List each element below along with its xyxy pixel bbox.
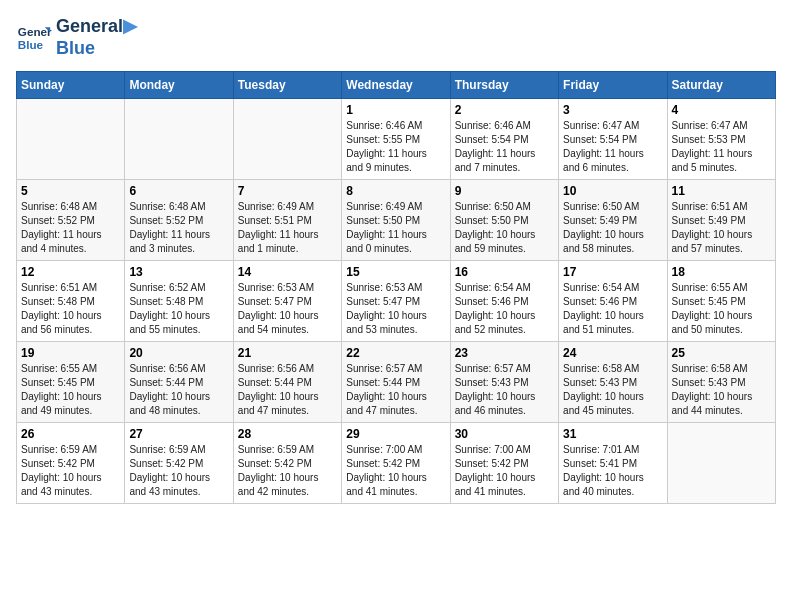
calendar-week-row: 1Sunrise: 6:46 AM Sunset: 5:55 PM Daylig… [17,99,776,180]
day-number: 28 [238,427,337,441]
calendar-cell: 27Sunrise: 6:59 AM Sunset: 5:42 PM Dayli… [125,423,233,504]
calendar-cell: 20Sunrise: 6:56 AM Sunset: 5:44 PM Dayli… [125,342,233,423]
day-number: 15 [346,265,445,279]
calendar-cell [667,423,775,504]
calendar-week-row: 5Sunrise: 6:48 AM Sunset: 5:52 PM Daylig… [17,180,776,261]
calendar-cell: 22Sunrise: 6:57 AM Sunset: 5:44 PM Dayli… [342,342,450,423]
day-number: 8 [346,184,445,198]
day-number: 19 [21,346,120,360]
calendar-cell: 9Sunrise: 6:50 AM Sunset: 5:50 PM Daylig… [450,180,558,261]
calendar-header: SundayMondayTuesdayWednesdayThursdayFrid… [17,72,776,99]
day-info: Sunrise: 6:51 AM Sunset: 5:48 PM Dayligh… [21,281,120,337]
calendar-week-row: 12Sunrise: 6:51 AM Sunset: 5:48 PM Dayli… [17,261,776,342]
calendar-cell: 3Sunrise: 6:47 AM Sunset: 5:54 PM Daylig… [559,99,667,180]
day-number: 3 [563,103,662,117]
day-info: Sunrise: 6:47 AM Sunset: 5:54 PM Dayligh… [563,119,662,175]
day-info: Sunrise: 6:53 AM Sunset: 5:47 PM Dayligh… [346,281,445,337]
calendar-week-row: 26Sunrise: 6:59 AM Sunset: 5:42 PM Dayli… [17,423,776,504]
calendar-cell: 12Sunrise: 6:51 AM Sunset: 5:48 PM Dayli… [17,261,125,342]
weekday-header: Tuesday [233,72,341,99]
day-number: 17 [563,265,662,279]
calendar-table: SundayMondayTuesdayWednesdayThursdayFrid… [16,71,776,504]
day-number: 23 [455,346,554,360]
calendar-cell: 16Sunrise: 6:54 AM Sunset: 5:46 PM Dayli… [450,261,558,342]
day-number: 14 [238,265,337,279]
day-number: 16 [455,265,554,279]
day-info: Sunrise: 6:55 AM Sunset: 5:45 PM Dayligh… [672,281,771,337]
day-info: Sunrise: 6:54 AM Sunset: 5:46 PM Dayligh… [563,281,662,337]
day-info: Sunrise: 6:56 AM Sunset: 5:44 PM Dayligh… [129,362,228,418]
day-number: 22 [346,346,445,360]
day-info: Sunrise: 6:50 AM Sunset: 5:50 PM Dayligh… [455,200,554,256]
day-number: 31 [563,427,662,441]
calendar-cell: 14Sunrise: 6:53 AM Sunset: 5:47 PM Dayli… [233,261,341,342]
day-number: 20 [129,346,228,360]
day-number: 1 [346,103,445,117]
day-number: 29 [346,427,445,441]
day-info: Sunrise: 6:46 AM Sunset: 5:55 PM Dayligh… [346,119,445,175]
day-number: 30 [455,427,554,441]
weekday-header: Wednesday [342,72,450,99]
day-info: Sunrise: 6:54 AM Sunset: 5:46 PM Dayligh… [455,281,554,337]
day-number: 6 [129,184,228,198]
day-info: Sunrise: 6:47 AM Sunset: 5:53 PM Dayligh… [672,119,771,175]
calendar-cell: 4Sunrise: 6:47 AM Sunset: 5:53 PM Daylig… [667,99,775,180]
day-info: Sunrise: 6:49 AM Sunset: 5:51 PM Dayligh… [238,200,337,256]
day-info: Sunrise: 6:51 AM Sunset: 5:49 PM Dayligh… [672,200,771,256]
weekday-header: Saturday [667,72,775,99]
day-info: Sunrise: 6:50 AM Sunset: 5:49 PM Dayligh… [563,200,662,256]
calendar-cell: 21Sunrise: 6:56 AM Sunset: 5:44 PM Dayli… [233,342,341,423]
calendar-cell: 15Sunrise: 6:53 AM Sunset: 5:47 PM Dayli… [342,261,450,342]
calendar-cell [125,99,233,180]
calendar-cell: 26Sunrise: 6:59 AM Sunset: 5:42 PM Dayli… [17,423,125,504]
page-header: General Blue General▶ Blue [16,16,776,59]
calendar-cell: 7Sunrise: 6:49 AM Sunset: 5:51 PM Daylig… [233,180,341,261]
calendar-cell: 5Sunrise: 6:48 AM Sunset: 5:52 PM Daylig… [17,180,125,261]
day-info: Sunrise: 6:58 AM Sunset: 5:43 PM Dayligh… [563,362,662,418]
day-number: 2 [455,103,554,117]
svg-text:Blue: Blue [18,37,44,50]
calendar-cell: 10Sunrise: 6:50 AM Sunset: 5:49 PM Dayli… [559,180,667,261]
day-info: Sunrise: 6:49 AM Sunset: 5:50 PM Dayligh… [346,200,445,256]
day-number: 18 [672,265,771,279]
day-info: Sunrise: 6:46 AM Sunset: 5:54 PM Dayligh… [455,119,554,175]
calendar-cell [17,99,125,180]
day-info: Sunrise: 6:59 AM Sunset: 5:42 PM Dayligh… [129,443,228,499]
day-number: 24 [563,346,662,360]
day-number: 10 [563,184,662,198]
weekday-header: Thursday [450,72,558,99]
day-info: Sunrise: 7:01 AM Sunset: 5:41 PM Dayligh… [563,443,662,499]
calendar-cell: 24Sunrise: 6:58 AM Sunset: 5:43 PM Dayli… [559,342,667,423]
day-info: Sunrise: 7:00 AM Sunset: 5:42 PM Dayligh… [346,443,445,499]
day-info: Sunrise: 6:58 AM Sunset: 5:43 PM Dayligh… [672,362,771,418]
calendar-cell: 31Sunrise: 7:01 AM Sunset: 5:41 PM Dayli… [559,423,667,504]
calendar-cell: 2Sunrise: 6:46 AM Sunset: 5:54 PM Daylig… [450,99,558,180]
day-info: Sunrise: 6:57 AM Sunset: 5:44 PM Dayligh… [346,362,445,418]
day-info: Sunrise: 6:59 AM Sunset: 5:42 PM Dayligh… [21,443,120,499]
weekday-header: Monday [125,72,233,99]
day-info: Sunrise: 7:00 AM Sunset: 5:42 PM Dayligh… [455,443,554,499]
day-info: Sunrise: 6:56 AM Sunset: 5:44 PM Dayligh… [238,362,337,418]
day-info: Sunrise: 6:52 AM Sunset: 5:48 PM Dayligh… [129,281,228,337]
logo: General Blue General▶ Blue [16,16,137,59]
day-info: Sunrise: 6:53 AM Sunset: 5:47 PM Dayligh… [238,281,337,337]
day-info: Sunrise: 6:55 AM Sunset: 5:45 PM Dayligh… [21,362,120,418]
calendar-cell: 30Sunrise: 7:00 AM Sunset: 5:42 PM Dayli… [450,423,558,504]
calendar-cell: 1Sunrise: 6:46 AM Sunset: 5:55 PM Daylig… [342,99,450,180]
day-number: 13 [129,265,228,279]
day-number: 5 [21,184,120,198]
day-number: 21 [238,346,337,360]
calendar-cell: 19Sunrise: 6:55 AM Sunset: 5:45 PM Dayli… [17,342,125,423]
calendar-cell: 29Sunrise: 7:00 AM Sunset: 5:42 PM Dayli… [342,423,450,504]
day-info: Sunrise: 6:59 AM Sunset: 5:42 PM Dayligh… [238,443,337,499]
calendar-cell: 17Sunrise: 6:54 AM Sunset: 5:46 PM Dayli… [559,261,667,342]
day-number: 7 [238,184,337,198]
day-number: 26 [21,427,120,441]
svg-text:General: General [18,25,52,38]
calendar-cell: 23Sunrise: 6:57 AM Sunset: 5:43 PM Dayli… [450,342,558,423]
day-number: 9 [455,184,554,198]
weekday-header: Friday [559,72,667,99]
calendar-cell: 6Sunrise: 6:48 AM Sunset: 5:52 PM Daylig… [125,180,233,261]
calendar-cell: 25Sunrise: 6:58 AM Sunset: 5:43 PM Dayli… [667,342,775,423]
logo-icon: General Blue [16,20,52,56]
